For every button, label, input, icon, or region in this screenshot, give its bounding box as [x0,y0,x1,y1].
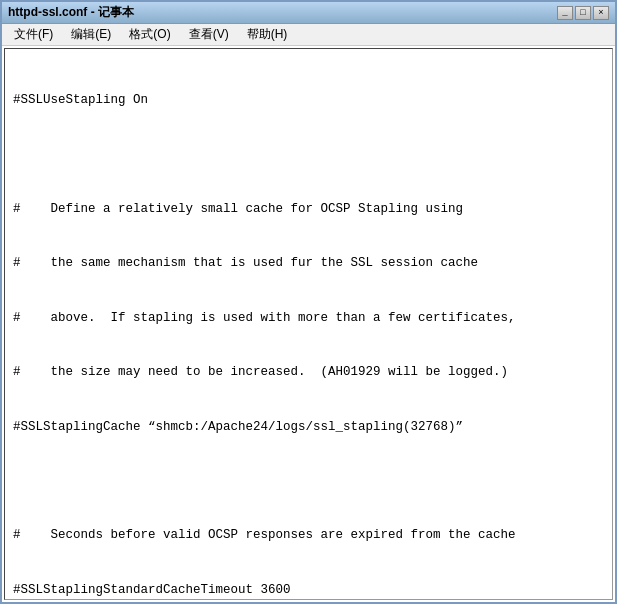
code-line-9: #SSLStaplingStandardCacheTimeout 3600 [13,581,604,599]
title-bar-buttons: _ □ × [557,6,609,20]
content-area[interactable]: #SSLUseStapling On # Define a relatively… [4,48,613,600]
code-line-8: # Seconds before valid OCSP responses ar… [13,526,604,544]
code-content: #SSLUseStapling On # Define a relatively… [13,55,604,600]
code-line-6: #SSLStaplingCache “shmcb:/Apache24/logs/… [13,418,604,436]
code-line-0: #SSLUseStapling On [13,91,604,109]
window-frame: httpd-ssl.conf - 记事本 _ □ × 文件(F) 编辑(E) 格… [0,0,617,604]
code-line-7 [13,472,604,490]
minimize-button[interactable]: _ [557,6,573,20]
code-line-5: # the size may need to be increased. (AH… [13,363,604,381]
menu-edit[interactable]: 编辑(E) [63,24,119,45]
code-line-3: # the same mechanism that is used fur th… [13,254,604,272]
menu-file[interactable]: 文件(F) [6,24,61,45]
maximize-button[interactable]: □ [575,6,591,20]
menu-help[interactable]: 帮助(H) [239,24,296,45]
menu-view[interactable]: 查看(V) [181,24,237,45]
menu-bar: 文件(F) 编辑(E) 格式(O) 查看(V) 帮助(H) [2,24,615,46]
code-line-2: # Define a relatively small cache for OC… [13,200,604,218]
close-button[interactable]: × [593,6,609,20]
title-bar: httpd-ssl.conf - 记事本 _ □ × [2,2,615,24]
window-title: httpd-ssl.conf - 记事本 [8,4,134,21]
menu-format[interactable]: 格式(O) [121,24,178,45]
code-line-4: # above. If stapling is used with more t… [13,309,604,327]
code-line-1 [13,146,604,164]
